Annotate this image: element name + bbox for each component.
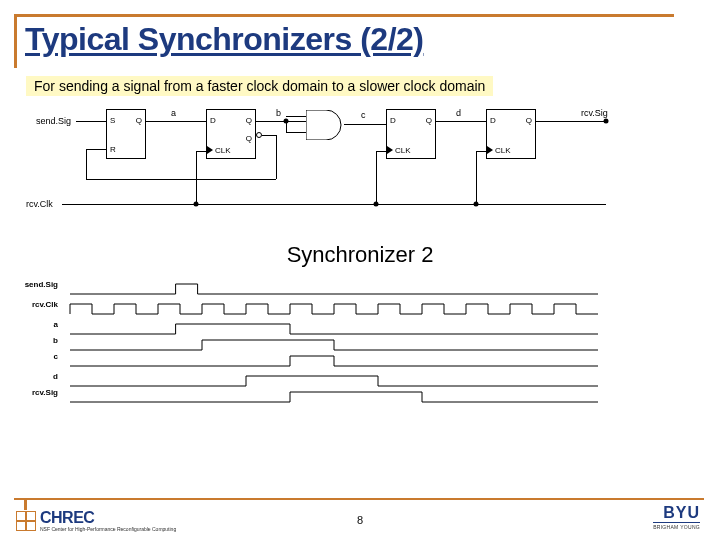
label-rcv-sig: rcv.Sig: [581, 108, 608, 118]
footer-rule: [14, 498, 704, 500]
pin-q-sr: Q: [136, 116, 142, 125]
label-send-sig: send.Sig: [36, 116, 71, 126]
clock-triangle-icon: [387, 146, 393, 154]
byu-logo: BYU BRIGHAM YOUNG: [653, 504, 700, 530]
subtitle-banner: For sending a signal from a faster clock…: [26, 76, 493, 96]
pin-d3: D: [490, 116, 496, 125]
node-d: d: [456, 108, 461, 118]
wave-label-d: d: [53, 372, 58, 381]
clock-triangle-icon: [207, 146, 213, 154]
label-rcv-clk: rcv.Clk: [26, 199, 53, 209]
circuit-diagram: send.Sig S Q R a D Q Q CLK b c D Q CLK: [26, 104, 686, 224]
pin-qbar1: Q: [246, 134, 252, 143]
wave-label-rcvclk: rcv.Clk: [32, 300, 58, 309]
and-gate-icon: [306, 110, 346, 140]
wave-label-sendsig: send.Sig: [25, 280, 58, 289]
chrec-subtext: NSF Center for High-Performance Reconfig…: [40, 527, 176, 532]
pin-q3: Q: [526, 116, 532, 125]
dff-1: D Q Q CLK: [206, 109, 256, 159]
title-box: Typical Synchronizers (2/2): [14, 14, 674, 68]
chrec-squares-icon: [16, 511, 36, 531]
chrec-text: CHREC: [40, 509, 176, 527]
wave-label-rcvsig: rcv.Sig: [32, 388, 58, 397]
node-c: c: [361, 110, 366, 120]
pin-s: S: [110, 116, 115, 125]
sr-latch: S Q R: [106, 109, 146, 159]
clock-triangle-icon: [487, 146, 493, 154]
byu-text: BYU: [653, 504, 700, 522]
pin-d1: D: [210, 116, 216, 125]
section-heading: Synchronizer 2: [0, 242, 720, 268]
chrec-logo: CHREC NSF Center for High-Performance Re…: [16, 509, 176, 532]
pin-clk1: CLK: [215, 146, 231, 155]
dff-2: D Q CLK: [386, 109, 436, 159]
node-a: a: [171, 108, 176, 118]
pin-clk2: CLK: [395, 146, 411, 155]
timing-diagram: send.Sig rcv.Clk a b c d rcv.Sig: [60, 276, 620, 416]
pin-r: R: [110, 145, 116, 154]
waveform-plot: [60, 276, 620, 416]
wave-label-c: c: [54, 352, 58, 361]
page-title: Typical Synchronizers (2/2): [25, 21, 674, 58]
pin-q1: Q: [246, 116, 252, 125]
pin-clk3: CLK: [495, 146, 511, 155]
byu-subtext: BRIGHAM YOUNG: [653, 522, 700, 530]
pin-d2: D: [390, 116, 396, 125]
wave-label-b: b: [53, 336, 58, 345]
wave-label-a: a: [54, 320, 58, 329]
node-b: b: [276, 108, 281, 118]
pin-q2: Q: [426, 116, 432, 125]
dff-3: D Q CLK: [486, 109, 536, 159]
